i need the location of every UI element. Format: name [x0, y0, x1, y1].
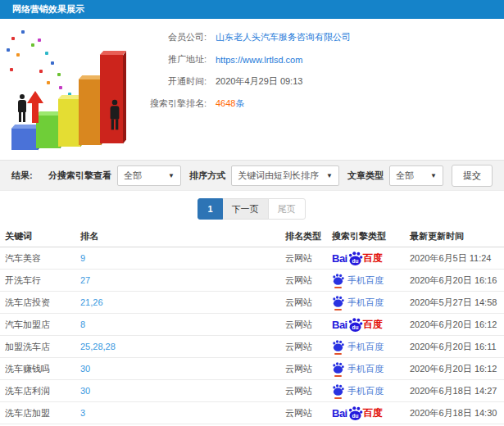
cell-updated: 2020年6月18日 14:27: [410, 385, 504, 397]
cell-rank-type: 云网站: [285, 274, 332, 287]
engine-select-value: 全部: [124, 170, 142, 182]
baidu-paw-icon: du: [347, 406, 363, 420]
cell-rank-type: 云网站: [285, 385, 332, 397]
ranking-number: 4648: [216, 98, 235, 108]
cell-engine: Bai du 百度: [332, 252, 410, 265]
next-page-button[interactable]: 下一页: [222, 198, 269, 220]
baidu-logo: Bai du 百度: [332, 406, 383, 420]
cell-rank-type: 云网站: [285, 341, 332, 353]
chevron-down-icon: ▼: [326, 172, 333, 179]
cell-rank-type: 云网站: [285, 407, 332, 419]
confetti-dot: [47, 81, 50, 84]
businessman-figure: [16, 94, 28, 122]
header-keyword: 关键词: [5, 230, 80, 242]
filter-group: 分搜索引擎查看 全部 ▼ 排序方式 关键词由短到长排序 ▼ 文章类型 全部 ▼ …: [40, 165, 493, 187]
cell-keyword: 汽车美容: [5, 252, 80, 265]
cell-keyword: 洗车店投资: [5, 297, 80, 309]
promo-url-label: 推广地址:: [138, 53, 207, 66]
cell-rank-type: 云网站: [285, 363, 332, 375]
chevron-down-icon: ▼: [430, 172, 437, 179]
engine-filter-label: 分搜索引擎查看: [48, 170, 111, 182]
cell-engine: Bai du 百度: [332, 318, 410, 332]
bar-chart-illustration: [0, 19, 152, 160]
table-row: 洗车店利润 30 云网站 Bai du 百度: [0, 380, 504, 402]
bar-yellow: [58, 99, 80, 147]
cell-keyword: 加盟洗车店: [5, 341, 80, 353]
header-rank: 排名: [80, 230, 285, 242]
sort-filter-label: 排序方式: [189, 170, 225, 182]
article-type-select[interactable]: 全部 ▼: [389, 165, 443, 186]
cell-engine: Bai du 百度: [332, 362, 410, 375]
baidu-mobile-logo: 手机百度: [332, 384, 384, 397]
company-name-link[interactable]: 山东老人头汽车服务咨询有限公司: [216, 31, 351, 43]
cell-updated: 2020年6月20日 16:12: [410, 319, 504, 331]
cell-rank[interactable]: 30: [80, 386, 285, 396]
results-table-header: 关键词 排名 排名类型 搜索引擎类型 最新更新时间: [0, 226, 504, 247]
baidu-mobile-paw-icon: [332, 384, 344, 397]
table-row: 加盟洗车店 25,28,28 云网站 Bai du 百度: [0, 336, 504, 358]
confetti-dot: [7, 48, 10, 52]
table-row: 开洗车行 27 云网站 Bai du 百度: [0, 270, 504, 292]
opened-time-label: 开通时间:: [138, 75, 207, 88]
table-row: 汽车美容 9 云网站 Bai du 百度: [0, 247, 504, 270]
baidu-mobile-paw-icon: [332, 274, 344, 287]
cell-keyword: 开洗车行: [5, 274, 80, 287]
svg-text:du: du: [352, 324, 358, 329]
cell-rank[interactable]: 25,28,28: [80, 342, 285, 351]
table-row: 洗车赚钱吗 30 云网站 Bai du 百度: [0, 358, 504, 380]
sort-select[interactable]: 关键词由短到长排序 ▼: [231, 165, 339, 186]
type-filter-label: 文章类型: [347, 170, 384, 182]
cell-keyword: 洗车店加盟: [5, 407, 80, 419]
confetti-dot: [38, 39, 41, 42]
chevron-down-icon: ▼: [168, 172, 175, 179]
company-label: 会员公司:: [138, 31, 207, 43]
sort-select-value: 关键词由短到长排序: [238, 170, 319, 182]
bar-orange: [79, 79, 101, 145]
cell-rank[interactable]: 8: [80, 320, 285, 329]
cell-updated: 2020年6月20日 16:11: [410, 341, 504, 353]
baidu-mobile-paw-icon: [332, 340, 344, 353]
last-page-button[interactable]: 尾页: [268, 198, 306, 220]
cell-updated: 2020年6月18日 14:30: [410, 407, 504, 419]
promo-url-link[interactable]: https://www.lrtlsd.com: [216, 55, 302, 65]
profile-row-company: 会员公司: 山东老人头汽车服务咨询有限公司: [138, 26, 351, 48]
app-header: 网络营销效果展示: [0, 0, 504, 19]
cell-rank[interactable]: 3: [80, 408, 285, 418]
filter-bar: 结果: 分搜索引擎查看 全部 ▼ 排序方式 关键词由短到长排序 ▼ 文章类型 全…: [0, 160, 504, 191]
cell-updated: 2020年6月5日 11:24: [410, 252, 504, 265]
confetti-dot: [51, 61, 54, 65]
results-table-body: 汽车美容 9 云网站 Bai du 百度: [0, 247, 504, 424]
table-row: 洗车店投资 21,26 云网站 Bai du 百度: [0, 292, 504, 314]
pagination: 1 下一页 尾页: [0, 191, 504, 226]
bar-blue: [11, 129, 38, 150]
cell-engine: Bai du 百度: [332, 296, 410, 309]
cell-rank[interactable]: 30: [80, 364, 285, 374]
confetti-dot: [57, 73, 61, 76]
page-button-1[interactable]: 1: [198, 198, 222, 220]
header-rank-type: 排名类型: [285, 230, 332, 242]
table-row: 汽车加盟店 8 云网站 Bai du 百度: [0, 314, 504, 336]
cell-rank-type: 云网站: [285, 297, 332, 309]
cell-updated: 2020年6月20日 16:16: [410, 274, 504, 287]
cell-rank[interactable]: 9: [80, 253, 285, 263]
svg-text:du: du: [352, 257, 358, 263]
engine-select[interactable]: 全部 ▼: [117, 165, 181, 186]
results-section-label: 结果:: [11, 170, 33, 182]
svg-text:du: du: [352, 412, 358, 418]
info-section: 会员公司: 山东老人头汽车服务咨询有限公司 推广地址: https://www.…: [0, 19, 504, 160]
cell-keyword: 洗车店利润: [5, 385, 80, 397]
type-select-value: 全部: [396, 170, 414, 182]
baidu-logo: Bai du 百度: [332, 252, 383, 265]
confetti-dot: [59, 86, 62, 89]
baidu-mobile-logo: 手机百度: [332, 362, 384, 375]
results-table: 关键词 排名 排名类型 搜索引擎类型 最新更新时间 汽车美容 9 云网站 Bai…: [0, 226, 504, 424]
cell-rank[interactable]: 21,26: [80, 297, 285, 307]
cell-rank-type: 云网站: [285, 319, 332, 331]
confetti-dot: [16, 53, 20, 57]
confetti-dot: [45, 52, 48, 55]
growth-arrow-icon: [27, 91, 43, 123]
confetti-dot: [39, 70, 43, 73]
cell-rank[interactable]: 27: [80, 275, 285, 285]
profile-row-url: 推广地址: https://www.lrtlsd.com: [138, 48, 351, 70]
submit-button[interactable]: 提交: [452, 165, 493, 187]
